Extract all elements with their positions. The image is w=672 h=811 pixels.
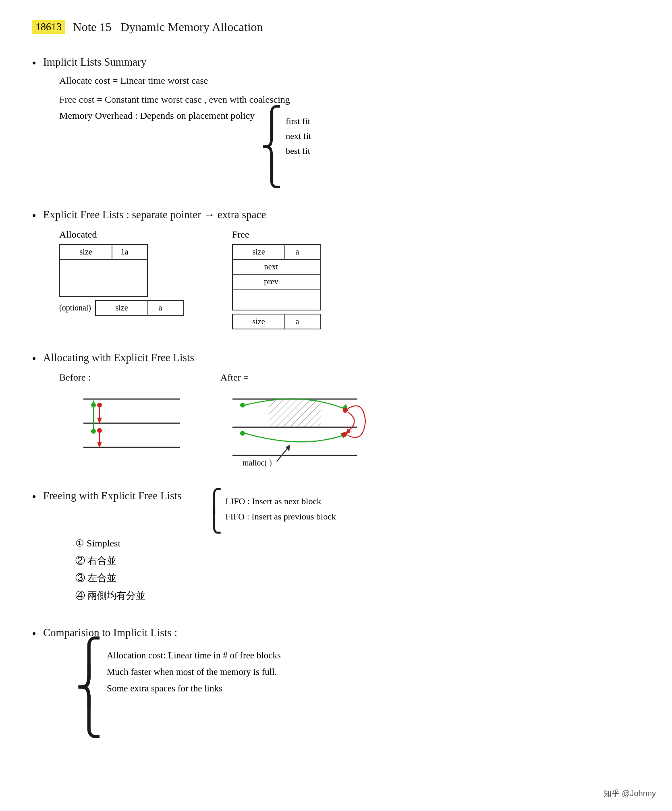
page: 18613 Note 15 Dynamic Memory Allocation …: [0, 0, 672, 811]
svg-point-22: [343, 408, 348, 413]
section5-title: Comparision to Implicit Lists :: [43, 627, 640, 639]
memory-overhead-container: Memory Overhead : Depends on placement p…: [59, 110, 640, 184]
free-body-cell: [233, 290, 309, 310]
allocated-footer-row: size a: [96, 301, 183, 315]
free-footer-size-cell: size: [233, 314, 285, 329]
section-implicit-lists: • Implicit Lists Summary Allocate cost =…: [32, 56, 640, 186]
section5-content: Comparision to Implicit Lists : ⎧⎨⎩ Allo…: [43, 627, 640, 732]
free-body-row: [233, 290, 320, 310]
best-fit-label: best fit: [286, 143, 311, 158]
section-allocating: • Allocating with Explicit Free Lists Be…: [32, 352, 640, 468]
brace-items: first fit next fit best fit: [286, 110, 311, 159]
title-highlight: 18613: [32, 20, 65, 34]
allocated-row-1: size 1a: [60, 245, 147, 260]
svg-point-7: [97, 403, 102, 408]
bullet-2: •: [32, 209, 36, 222]
section3-content: Allocating with Explicit Free Lists Befo…: [43, 352, 640, 468]
allocated-body-cell: [60, 260, 137, 296]
free-cost-line: Free cost = Constant time worst case , e…: [59, 91, 640, 108]
free-size-cell: size: [233, 245, 285, 259]
free-footer-diagram: size a: [232, 314, 321, 329]
bullet-4: •: [32, 490, 36, 503]
svg-point-19: [240, 431, 245, 436]
section4-content: Freeing with Explicit Free Lists ⎧⎩ LIFO…: [43, 490, 640, 604]
bullet-item-1: • Implicit Lists Summary Allocate cost =…: [32, 56, 640, 186]
note-label: Note 15 Dynamic Memory Allocation: [73, 20, 263, 34]
section4-title: Freeing with Explicit Free Lists: [43, 490, 181, 502]
bullet-3: •: [32, 352, 36, 365]
bullet-1: •: [32, 57, 36, 69]
section-comparison: • Comparision to Implicit Lists : ⎧⎨⎩ Al…: [32, 627, 640, 732]
svg-text:malloc( ): malloc( ): [243, 458, 272, 468]
free-row-1: size a: [233, 245, 320, 260]
allocated-body-row: [60, 260, 147, 296]
svg-marker-6: [91, 400, 96, 406]
allocated-footer-diagram: size a: [95, 300, 184, 316]
allocated-size-cell: size: [60, 245, 112, 259]
watermark: 知乎 @Johnny: [604, 788, 656, 799]
before-block: Before :: [59, 372, 188, 468]
allocated-label: Allocated: [59, 229, 97, 240]
lifo-lines: LIFO : Insert as next block FIFO : Inser…: [226, 492, 336, 524]
optional-label: (optional): [59, 303, 91, 312]
section-explicit-free-lists: • Explicit Free Lists : separate pointer…: [32, 209, 640, 329]
alloc-diagrams: Before :: [59, 372, 640, 468]
section-freeing: • Freeing with Explicit Free Lists ⎧⎩ LI…: [32, 490, 640, 604]
freeing-items: ① Simplest ② 右合並 ③ 左合並 ④ 兩側均有分並: [75, 535, 640, 604]
footer-a-cell: a: [148, 301, 172, 315]
next-fit-label: next fit: [286, 128, 311, 143]
bullet-5: •: [32, 627, 36, 640]
allocated-block-diagram: size 1a: [59, 244, 148, 297]
lifo-brace-group: ⎧⎩ LIFO : Insert as next block FIFO : In…: [206, 492, 336, 531]
free-footer-a-cell: a: [285, 314, 309, 329]
free-footer: size a: [232, 314, 321, 329]
title-line: 18613 Note 15 Dynamic Memory Allocation: [32, 20, 640, 34]
comp-lines: Allocation cost: Linear time in # of fre…: [107, 643, 281, 697]
allocate-cost-line: Allocate cost = Linear time worst case: [59, 72, 640, 89]
lifo-brace-icon: ⎧⎩: [206, 492, 222, 531]
allocated-1a-cell: 1a: [112, 245, 137, 259]
lifo-line: LIFO : Insert as next block: [226, 494, 336, 509]
after-block: After =: [220, 372, 373, 468]
free-diagram: Free size a next prev: [232, 229, 321, 329]
svg-point-10: [97, 428, 102, 433]
before-label: Before :: [59, 372, 188, 383]
section1-content: Implicit Lists Summary Allocate cost = L…: [43, 56, 640, 186]
section2-content: Explicit Free Lists : separate pointer →…: [43, 209, 640, 329]
after-svg: malloc( ): [220, 387, 373, 468]
comparison-brace-group: ⎧⎨⎩ Allocation cost: Linear time in # of…: [75, 643, 640, 732]
free-label: Free: [232, 229, 249, 240]
footer-size-cell: size: [96, 301, 148, 315]
first-fit-label: first fit: [286, 114, 311, 128]
bullet-item-5: • Comparision to Implicit Lists : ⎧⎨⎩ Al…: [32, 627, 640, 732]
explicit-diagrams: Allocated size 1a (optional): [59, 229, 640, 329]
free-footer-row: size a: [233, 314, 320, 329]
svg-point-18: [240, 403, 245, 408]
section1-title: Implicit Lists Summary: [43, 56, 640, 68]
bullet-item-4: • Freeing with Explicit Free Lists ⎧⎩ LI…: [32, 490, 640, 604]
section2-title: Explicit Free Lists : separate pointer →…: [43, 209, 640, 221]
free-next-cell: next: [233, 260, 309, 274]
allocated-footer: (optional) size a: [59, 300, 184, 316]
freeing-item-4: ④ 兩側均有分並: [75, 587, 640, 604]
comp-line-3: Some extra spaces for the links: [107, 680, 281, 697]
free-prev-cell: prev: [233, 275, 309, 289]
svg-point-4: [91, 429, 96, 434]
before-svg: [59, 387, 188, 455]
free-block-diagram: size a next prev: [232, 244, 321, 310]
big-brace-icon: ⎧⎨⎩: [261, 110, 282, 184]
comp-brace-icon: ⎧⎨⎩: [75, 643, 103, 732]
freeing-item-3: ③ 左合並: [75, 569, 640, 587]
overhead-text: Memory Overhead : Depends on placement p…: [59, 110, 255, 121]
section3-title: Allocating with Explicit Free Lists: [43, 352, 640, 364]
free-prev-row: prev: [233, 275, 320, 290]
placement-brace-group: ⎧⎨⎩ first fit next fit best fit: [261, 110, 311, 184]
comp-line-2: Much faster when most of the memory is f…: [107, 664, 281, 680]
free-next-row: next: [233, 260, 320, 275]
freeing-item-2: ② 右合並: [75, 552, 640, 569]
after-label: After =: [220, 372, 373, 383]
fifo-line: FIFO : Insert as previous block: [226, 509, 336, 524]
freeing-item-1: ① Simplest: [75, 535, 640, 552]
free-a-cell: a: [285, 245, 309, 259]
svg-rect-17: [269, 399, 321, 427]
